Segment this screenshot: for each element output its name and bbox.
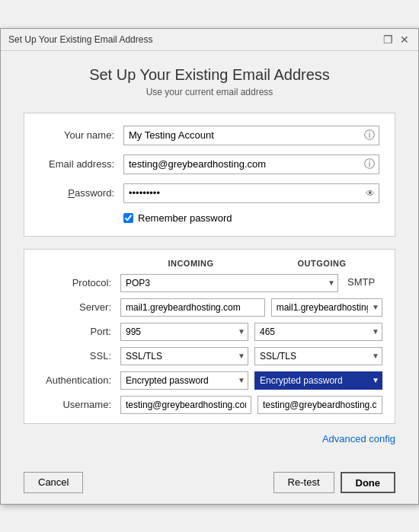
info-icon-email[interactable]: ⓘ	[364, 158, 375, 171]
title-bar: Set Up Your Existing Email Address ❐ ✕	[1, 29, 418, 51]
email-input-wrapper: ⓘ	[123, 155, 379, 174]
auth-outgoing-select[interactable]: Encrypted password Normal password OAuth…	[254, 371, 382, 390]
server-incoming-input[interactable]	[120, 298, 265, 317]
port-row: Port: 995 110 ▼ 465 587 25	[37, 323, 382, 341]
server-row: Server: ▼	[37, 298, 382, 317]
smtp-label: SMTP	[344, 274, 382, 292]
remember-label[interactable]: Remember password	[138, 212, 232, 224]
email-input[interactable]	[123, 155, 379, 174]
email-row: Email address: ⓘ	[40, 155, 379, 174]
outgoing-header: OUTGOING	[261, 259, 382, 268]
protocol-row: Protocol: POP3 IMAP ▼ SMTP	[37, 274, 382, 292]
cancel-button[interactable]: Cancel	[24, 472, 83, 493]
main-content: Set Up Your Existing Email Address Use y…	[1, 51, 418, 466]
advanced-config-link[interactable]: Advanced config	[322, 433, 395, 444]
port-label: Port:	[37, 326, 120, 337]
port-inputs: 995 110 ▼ 465 587 25 ▼	[120, 323, 382, 341]
server-label: Server:	[37, 301, 120, 313]
protocol-incoming-select[interactable]: POP3 IMAP	[120, 274, 338, 292]
ssl-label: SSL:	[37, 350, 120, 362]
remember-checkbox[interactable]	[123, 213, 133, 223]
info-icon-name[interactable]: ⓘ	[364, 129, 375, 142]
name-row: Your name: ⓘ	[40, 126, 379, 145]
retest-button[interactable]: Re-test	[273, 472, 334, 493]
protocol-label: Protocol:	[37, 277, 120, 288]
auth-incoming-select[interactable]: Encrypted password Normal password OAuth…	[120, 371, 248, 390]
password-input[interactable]	[123, 183, 379, 203]
ssl-incoming-wrapper: SSL/TLS STARTTLS None ▼	[120, 347, 248, 365]
port-outgoing-select[interactable]: 465 587 25	[254, 323, 382, 341]
restore-button[interactable]: ❐	[382, 33, 394, 46]
email-label: Email address:	[40, 158, 123, 170]
server-section: INCOMING OUTGOING Protocol: POP3 IMAP ▼ …	[24, 249, 395, 424]
username-row: Username:	[37, 396, 382, 414]
username-incoming-input[interactable]	[120, 396, 251, 414]
protocol-incoming-wrapper: POP3 IMAP ▼	[120, 274, 338, 292]
ssl-inputs: SSL/TLS STARTTLS None ▼ SSL/TLS STARTTLS…	[120, 347, 382, 365]
personal-info-section: Your name: ⓘ Email address: ⓘ Password:	[24, 113, 395, 237]
ssl-row: SSL: SSL/TLS STARTTLS None ▼ SSL/TLS	[37, 347, 382, 365]
username-inputs	[120, 396, 382, 414]
port-incoming-select[interactable]: 995 110	[120, 323, 248, 341]
show-password-icon[interactable]: 👁	[366, 188, 375, 199]
page-subtitle: Use your current email address	[24, 87, 395, 97]
window-title: Set Up Your Existing Email Address	[8, 34, 152, 45]
name-label: Your name:	[40, 129, 123, 141]
auth-inputs: Encrypted password Normal password OAuth…	[120, 371, 382, 390]
close-button[interactable]: ✕	[398, 33, 411, 46]
main-window: Set Up Your Existing Email Address ❐ ✕ S…	[0, 28, 419, 505]
password-input-wrapper: 👁	[123, 183, 379, 203]
auth-incoming-wrapper: Encrypted password Normal password OAuth…	[120, 371, 248, 390]
footer-buttons: Cancel Re-test Done	[1, 466, 418, 504]
password-row: Password: 👁	[40, 183, 379, 203]
title-controls: ❐ ✕	[382, 33, 411, 46]
page-title: Set Up Your Existing Email Address	[24, 66, 395, 84]
incoming-header: INCOMING	[120, 259, 261, 268]
protocol-inputs: POP3 IMAP ▼ SMTP	[120, 274, 382, 292]
ssl-incoming-select[interactable]: SSL/TLS STARTTLS None	[120, 347, 248, 365]
name-input-wrapper: ⓘ	[123, 126, 379, 145]
done-button[interactable]: Done	[341, 472, 396, 493]
ssl-outgoing-select[interactable]: SSL/TLS STARTTLS None	[254, 347, 382, 365]
port-outgoing-wrapper: 465 587 25 ▼	[254, 323, 382, 341]
name-input[interactable]	[123, 126, 379, 145]
server-outgoing-wrapper: ▼	[271, 298, 382, 317]
auth-label: Authentication:	[37, 374, 120, 386]
password-label: Password:	[40, 187, 123, 199]
username-label: Username:	[37, 399, 120, 410]
right-buttons: Re-test Done	[273, 472, 395, 493]
server-headers: INCOMING OUTGOING	[37, 259, 382, 268]
header-section: Set Up Your Existing Email Address Use y…	[24, 66, 395, 97]
server-outgoing-input[interactable]	[271, 298, 382, 317]
ssl-outgoing-wrapper: SSL/TLS STARTTLS None ▼	[254, 347, 382, 365]
advanced-config-section: Advanced config	[24, 433, 395, 444]
remember-password-row: Remember password	[123, 212, 379, 224]
auth-row: Authentication: Encrypted password Norma…	[37, 371, 382, 390]
server-inputs: ▼	[120, 298, 382, 317]
auth-outgoing-wrapper: Encrypted password Normal password OAuth…	[254, 371, 382, 390]
username-outgoing-input[interactable]	[257, 396, 382, 414]
port-incoming-wrapper: 995 110 ▼	[120, 323, 248, 341]
